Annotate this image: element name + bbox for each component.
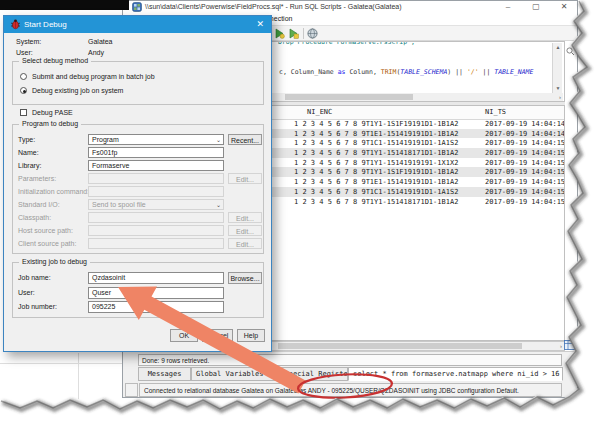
sql-editor[interactable]: Drop Procedure FormaServe.FsScrip ; c, C… bbox=[253, 41, 565, 102]
cell-ni-enc: 1 2 3 4 5 6 7 8 9T1E1-151419191D1-1B1A2 bbox=[294, 130, 458, 138]
cell-ni-ts: 2017-09-19 14:04:15 bbox=[485, 149, 565, 157]
scroll-thumb[interactable] bbox=[278, 343, 522, 349]
grid-rows: 1 2 3 4 5 6 7 8 9T1Y1-1S1F19191D1-1B1A22… bbox=[254, 119, 564, 206]
cancel-button[interactable]: Cancel bbox=[202, 329, 233, 342]
client-source-label: Client source path: bbox=[18, 240, 76, 247]
job-number-input[interactable]: 095225 bbox=[88, 301, 224, 313]
table-row[interactable]: 1 2 3 4 5 6 7 8 9T1Y1-151418171D1-1B1A22… bbox=[254, 148, 564, 158]
radio-existing-job-label[interactable]: Debug existing job on system bbox=[32, 87, 123, 94]
column-header[interactable]: NI_ENC bbox=[307, 108, 332, 116]
cell-ni-ts: 2017-09-19 14:04:15 bbox=[485, 178, 565, 186]
radio-submit-batch[interactable] bbox=[20, 73, 27, 80]
init-command-input bbox=[88, 186, 224, 197]
debug-method-group-label: Select debug method bbox=[19, 57, 91, 64]
table-row[interactable]: 1 2 3 4 5 6 7 8 9T1Y1-15141919191-1X1X22… bbox=[254, 158, 564, 168]
browse-button[interactable]: Browse... bbox=[228, 272, 262, 284]
sql-clipped-line: Drop Procedure FormaServe.FsScrip ; bbox=[254, 42, 544, 48]
type-select[interactable]: Program⌄ bbox=[88, 134, 224, 145]
screenshot-stage: \\sun\data\Clients\Powerwise\FieldProcs.… bbox=[0, 0, 602, 426]
cell-ni-ts: 2017-09-19 14:04:15 bbox=[485, 168, 565, 176]
bottom-panel: Done: 9 rows retrieved. Messages Global … bbox=[123, 351, 577, 397]
grid-horizontal-scrollbar[interactable]: › bbox=[253, 341, 565, 351]
dialog-title: Start Debug bbox=[24, 20, 67, 29]
results-grid: NI_ENC NI_TS 1 2 3 4 5 6 7 8 9T1Y1-1S1F1… bbox=[253, 105, 565, 341]
search-icon[interactable] bbox=[566, 47, 575, 56]
program-group-label: Program to debug bbox=[19, 120, 81, 127]
results-status-box: Done: 9 rows retrieved. bbox=[138, 354, 562, 366]
table-row[interactable]: 1 2 3 4 5 6 7 8 9T1E1-151419191D1-1B1A22… bbox=[254, 129, 564, 139]
sql-code-line: c, Column_Name as Column, TRIM(TABLE_SCH… bbox=[279, 68, 533, 76]
ok-button[interactable]: OK bbox=[170, 329, 198, 342]
status-cell-empty bbox=[125, 383, 138, 397]
system-value: Galatea bbox=[88, 38, 113, 45]
chevron-down-icon: ⌄ bbox=[216, 136, 221, 143]
table-row[interactable]: 1 2 3 4 5 6 7 8 9T1C1-151419191D1-1A1S22… bbox=[254, 187, 564, 197]
host-source-input bbox=[88, 225, 224, 236]
table-row[interactable]: 1 2 3 4 5 6 7 8 9T1Y1-1S1F19191D1-1B1A22… bbox=[254, 119, 564, 129]
radio-submit-batch-label[interactable]: Submit and debug program in batch job bbox=[32, 73, 155, 80]
help-button[interactable]: Help bbox=[237, 329, 265, 342]
cell-ni-ts: 2017-09-19 14:04:14 bbox=[485, 120, 565, 128]
host-source-label: Host source path: bbox=[18, 227, 73, 234]
dialog-close-icon[interactable]: ✕ bbox=[256, 19, 264, 29]
editor-vertical-scrollbar[interactable]: ▲ ▼ bbox=[552, 43, 562, 93]
tab-result-query[interactable]: select * from formaserve.natmapp where n… bbox=[348, 367, 563, 381]
table-view-icon[interactable] bbox=[564, 340, 576, 351]
client-source-input bbox=[88, 238, 224, 249]
table-row[interactable]: 1 2 3 4 5 6 7 8 9T1E1-151419191D1-1B1A22… bbox=[254, 177, 564, 187]
parameters-edit-button: Edit... bbox=[228, 173, 262, 184]
cell-ni-enc: 1 2 3 4 5 6 7 8 9T1Y1-1S1F19191D1-1B1A2 bbox=[294, 168, 458, 176]
job-user-input[interactable]: Quser bbox=[88, 287, 224, 299]
scroll-thumb[interactable] bbox=[285, 94, 413, 100]
job-name-label: Job name: bbox=[18, 274, 51, 281]
minimize-button[interactable]: – bbox=[501, 2, 515, 12]
cell-ni-enc: 1 2 3 4 5 6 7 8 9T1C1-151419191D1-1A1S2 bbox=[294, 139, 458, 147]
run-selected-icon[interactable] bbox=[288, 28, 299, 39]
user-value: Andy bbox=[88, 49, 104, 56]
host-source-edit-button: Edit... bbox=[228, 225, 262, 236]
scroll-down-icon[interactable]: ▼ bbox=[553, 85, 563, 91]
debug-pase-label[interactable]: Debug PASE bbox=[32, 109, 73, 116]
editor-horizontal-scrollbar[interactable]: › bbox=[255, 93, 563, 101]
existing-job-group-label: Existing job to debug bbox=[19, 258, 90, 265]
name-label: Name: bbox=[18, 149, 39, 156]
debug-pase-checkbox[interactable] bbox=[20, 109, 27, 116]
table-row[interactable]: 1 2 3 4 5 6 7 8 9T1Y1-151418171D1-1B1A22… bbox=[254, 197, 564, 207]
library-input[interactable]: Formaserve bbox=[88, 160, 224, 171]
cell-ni-ts: 2017-09-19 14:04:15 bbox=[485, 159, 565, 167]
job-number-label: Job number: bbox=[18, 303, 57, 310]
classpath-label: Classpath: bbox=[18, 214, 51, 221]
table-row[interactable]: 1 2 3 4 5 6 7 8 9T1C1-151419191D1-1A1S22… bbox=[254, 138, 564, 148]
client-source-edit-button: Edit... bbox=[228, 238, 262, 249]
tab-messages[interactable]: Messages bbox=[138, 367, 191, 381]
maximize-button[interactable]: ▢ bbox=[529, 2, 543, 12]
recent-button[interactable]: Recent... bbox=[228, 134, 262, 145]
start-debug-dialog: Start Debug ✕ System: Galatea User: Andy… bbox=[3, 15, 272, 352]
globe-icon[interactable] bbox=[307, 28, 318, 39]
cell-ni-enc: 1 2 3 4 5 6 7 8 9T1Y1-1S1F19191D1-1B1A2 bbox=[294, 120, 458, 128]
results-status-text: Done: 9 rows retrieved. bbox=[142, 357, 209, 364]
library-label: Library: bbox=[18, 162, 41, 169]
scroll-up-icon[interactable]: ▲ bbox=[553, 44, 563, 50]
close-button[interactable]: ✕ bbox=[557, 2, 571, 12]
type-label: Type: bbox=[18, 136, 35, 143]
column-header[interactable]: NI_TS bbox=[485, 108, 506, 116]
job-user-label: User: bbox=[18, 289, 35, 296]
tab-global-variables[interactable]: Global Variables and Special Registers bbox=[191, 367, 348, 381]
classpath-edit-button: Edit... bbox=[228, 212, 262, 223]
cell-ni-enc: 1 2 3 4 5 6 7 8 9T1Y1-15141919191-1X1X2 bbox=[294, 159, 458, 167]
run-all-icon[interactable] bbox=[274, 28, 285, 39]
window-titlebar: \\sun\data\Clients\Powerwise\FieldProcs.… bbox=[123, 1, 577, 13]
table-row[interactable]: 1 2 3 4 5 6 7 8 9T1Y1-1S1F19191D1-1B1A22… bbox=[254, 167, 564, 177]
job-name-input[interactable]: Qzdasoinit bbox=[88, 272, 224, 284]
debug-bug-icon bbox=[10, 19, 21, 30]
stdio-label: Standard I/O: bbox=[18, 201, 60, 208]
cell-ni-ts: 2017-09-19 14:04:15 bbox=[485, 188, 565, 196]
radio-existing-job[interactable] bbox=[20, 87, 27, 94]
cell-ni-enc: 1 2 3 4 5 6 7 8 9T1E1-151419191D1-1B1A2 bbox=[294, 178, 458, 186]
scroll-right-icon[interactable]: › bbox=[559, 93, 561, 101]
chevron-down-icon: ⌄ bbox=[216, 201, 221, 208]
scroll-right-icon[interactable]: › bbox=[560, 342, 562, 350]
name-input[interactable]: Fs001fp bbox=[88, 147, 224, 158]
background-window-edge bbox=[0, 363, 136, 364]
